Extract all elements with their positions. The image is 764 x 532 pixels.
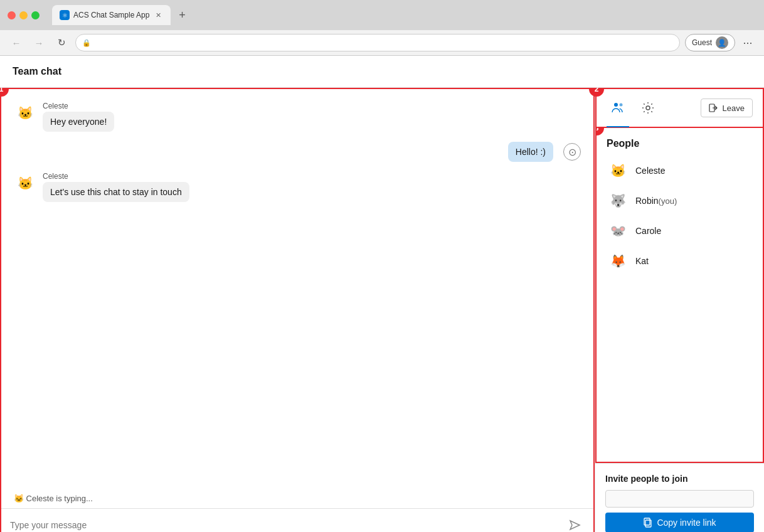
people-list: 🐱 Celeste 🐺 Robin(you) 🐭 Carole 🦊 Kat <box>607 159 753 272</box>
svg-point-1 <box>620 104 623 107</box>
chat-area: 1 🐱 Celeste Hey everyone! Hello! :) ⊙ <box>0 88 595 532</box>
svg-point-2 <box>646 106 650 110</box>
new-tab-button[interactable]: + <box>173 6 191 24</box>
copy-invite-label: Copy invite link <box>657 518 716 528</box>
person-row: 🐺 Robin(you) <box>607 189 753 212</box>
message-row: Hello! :) ⊙ <box>14 142 581 162</box>
refresh-icon: ↻ <box>58 37 66 48</box>
address-bar[interactable]: 🔒 <box>75 34 680 51</box>
message-sender: Celeste <box>43 102 114 110</box>
person-row: 🦊 Kat <box>607 250 753 272</box>
forward-icon: → <box>34 38 44 48</box>
avatar: 🦊 <box>607 250 629 272</box>
message-more-button[interactable]: ⊙ <box>563 143 581 161</box>
message-bubble: Let's use this chat to stay in touch <box>43 182 189 202</box>
send-button[interactable] <box>565 515 585 532</box>
gear-icon <box>641 101 655 115</box>
app-body: 1 🐱 Celeste Hey everyone! Hello! :) ⊙ <box>0 88 764 532</box>
right-panel: 2 <box>595 88 764 532</box>
browser-titlebar: ⚛ ACS Chat Sample App ✕ + <box>0 0 764 30</box>
message-input[interactable] <box>10 520 560 530</box>
close-window-button[interactable] <box>8 11 16 19</box>
back-button[interactable]: ← <box>8 34 25 51</box>
copy-invite-button[interactable]: Copy invite link <box>605 513 754 532</box>
leave-button[interactable]: Leave <box>701 98 753 117</box>
minimize-window-button[interactable] <box>19 11 28 19</box>
person-name: Carole <box>635 226 661 236</box>
message-content: Celeste Let's use this chat to stay in t… <box>43 172 189 202</box>
browser-navbar: ← → ↻ 🔒 Guest 👤 ··· <box>0 30 764 56</box>
avatar: 🐱 <box>14 172 36 194</box>
forward-button[interactable]: → <box>30 34 48 51</box>
guest-label: Guest <box>692 38 712 47</box>
tab-title: ACS Chat Sample App <box>73 11 149 19</box>
panel-body: 3 People 🐱 Celeste 🐺 Robin(you) 🐭 Carole <box>595 128 764 463</box>
message-content: Celeste Hey everyone! <box>43 102 114 132</box>
leave-label: Leave <box>723 104 745 113</box>
tab-close-button[interactable]: ✕ <box>153 10 163 20</box>
panel-toolbar: 2 <box>595 88 764 128</box>
send-icon <box>568 519 581 531</box>
message-bubble: Hey everyone! <box>43 112 114 132</box>
svg-rect-4 <box>645 520 651 527</box>
settings-button[interactable] <box>637 97 659 119</box>
person-name: Kat <box>635 256 649 266</box>
browser-chrome: ⚛ ACS Chat Sample App ✕ + ← → ↻ 🔒 Guest … <box>0 0 764 56</box>
message-input-area <box>1 508 593 532</box>
message-sender: Celeste <box>43 172 189 181</box>
people-icon <box>610 100 625 115</box>
page-title: Team chat <box>13 66 61 77</box>
maximize-window-button[interactable] <box>31 11 40 19</box>
you-label: (you) <box>659 196 677 206</box>
typing-indicator: 🐱 Celeste is typing... <box>1 489 593 508</box>
refresh-button[interactable]: ↻ <box>53 34 70 51</box>
avatar: 🐱 <box>14 102 36 124</box>
people-tab-button[interactable] <box>607 97 629 119</box>
person-name: Celeste <box>635 166 665 176</box>
avatar: 🐱 <box>607 159 629 182</box>
message-bubble-outgoing: Hello! :) <box>508 142 553 162</box>
guest-avatar: 👤 <box>716 36 728 49</box>
invite-section: Invite people to join Copy invite link <box>595 463 764 532</box>
avatar: 🐭 <box>607 220 629 242</box>
person-row: 🐱 Celeste <box>607 159 753 182</box>
invite-link-input[interactable] <box>605 490 754 508</box>
avatar: 🐺 <box>607 189 629 212</box>
copy-icon <box>643 518 653 528</box>
app-header: Team chat <box>0 56 764 88</box>
browser-more-button[interactable]: ··· <box>739 34 756 51</box>
tab-bar: ⚛ ACS Chat Sample App ✕ + <box>52 5 191 25</box>
tab-favicon: ⚛ <box>60 10 70 20</box>
badge-3: 3 <box>595 128 604 136</box>
back-icon: ← <box>12 38 21 48</box>
message-row: 🐱 Celeste Hey everyone! <box>14 102 581 132</box>
more-dots-icon: ··· <box>743 36 752 50</box>
tab-active-underline <box>607 126 629 127</box>
leave-icon <box>709 103 719 113</box>
message-row: 🐱 Celeste Let's use this chat to stay in… <box>14 172 581 202</box>
app-container: Team chat 1 🐱 Celeste Hey everyone! Hell… <box>0 56 764 532</box>
browser-actions: Guest 👤 ··· <box>685 34 756 51</box>
svg-rect-5 <box>644 518 650 525</box>
traffic-lights <box>8 11 40 19</box>
svg-point-0 <box>614 103 618 107</box>
guest-profile-button[interactable]: Guest 👤 <box>685 34 735 51</box>
messages-container: 🐱 Celeste Hey everyone! Hello! :) ⊙ 🐱 Ce… <box>1 89 593 489</box>
active-tab[interactable]: ⚛ ACS Chat Sample App ✕ <box>52 5 171 25</box>
lock-icon: 🔒 <box>82 39 91 47</box>
invite-title: Invite people to join <box>605 474 754 484</box>
person-row: 🐭 Carole <box>607 220 753 242</box>
people-heading: People <box>607 138 753 149</box>
person-name: Robin(you) <box>635 196 677 206</box>
